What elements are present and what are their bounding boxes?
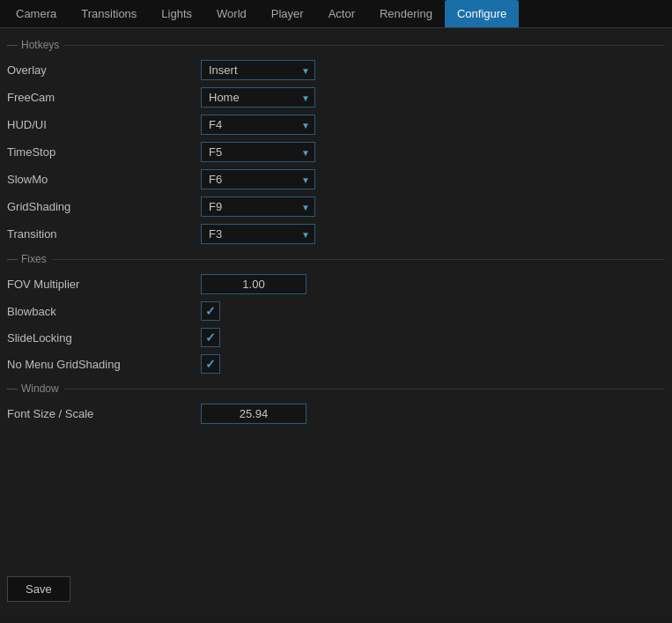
gridshading-dropdown[interactable]: F9F1F2F3 F4F5F6F7 F8InsertHome — [201, 197, 315, 217]
hudui-dropdown-wrapper: F4F1F2F3 F5F6F7F8 F9InsertHome ▼ — [201, 115, 315, 135]
slowmo-row: SlowMo F6F1F2F3 F4F5F7F8 F9InsertHome ▼ — [7, 166, 665, 193]
timestop-label: TimeStop — [7, 145, 201, 159]
timestop-dropdown[interactable]: F5F1F2F3 F4F6F7F8 F9InsertHome — [201, 142, 315, 162]
no-menu-gridshading-row: No Menu GridShading ✓ — [7, 351, 665, 377]
slowmo-dropdown[interactable]: F6F1F2F3 F4F5F7F8 F9InsertHome — [201, 169, 315, 189]
tab-bar: Camera Transitions Lights World Player A… — [0, 0, 672, 28]
tab-configure[interactable]: Configure — [445, 0, 519, 27]
gridshading-row: GridShading F9F1F2F3 F4F5F6F7 F8InsertHo… — [7, 193, 665, 220]
gridshading-label: GridShading — [7, 200, 201, 213]
overlay-dropdown[interactable]: InsertF1F2F3 F4F5F6F7 F8F9Home — [201, 60, 315, 80]
slowmo-label: SlowMo — [7, 173, 201, 186]
tab-actor[interactable]: Actor — [316, 0, 367, 27]
tab-player[interactable]: Player — [259, 0, 316, 27]
no-menu-gridshading-checkmark: ✓ — [205, 357, 216, 371]
overlay-row: Overlay InsertF1F2F3 F4F5F6F7 F8F9Home ▼ — [7, 56, 665, 84]
blowback-label: Blowback — [7, 305, 201, 318]
slowmo-dropdown-wrapper: F6F1F2F3 F4F5F7F8 F9InsertHome ▼ — [201, 169, 315, 189]
tab-world[interactable]: World — [204, 0, 259, 27]
font-size-label: Font Size / Scale — [7, 407, 201, 420]
fov-multiplier-label: FOV Multiplier — [7, 278, 201, 291]
no-menu-gridshading-label: No Menu GridShading — [7, 358, 201, 371]
freecam-dropdown-wrapper: HomeInsertF1F2 F3F4F5F6 F7F8F9 ▼ — [201, 87, 315, 108]
overlay-label: Overlay — [7, 63, 201, 77]
tab-rendering[interactable]: Rendering — [367, 0, 445, 27]
window-section: Window Font Size / Scale — [7, 382, 665, 427]
fixes-header: Fixes — [7, 253, 665, 265]
freecam-label: FreeCam — [7, 91, 201, 104]
hudui-row: HUD/UI F4F1F2F3 F5F6F7F8 F9InsertHome ▼ — [7, 111, 665, 138]
main-content: Hotkeys Overlay InsertF1F2F3 F4F5F6F7 F8… — [0, 28, 672, 618]
transition-dropdown[interactable]: F3F1F2F4 F5F6F7F8 F9InsertHome — [201, 224, 315, 244]
tab-lights[interactable]: Lights — [149, 0, 204, 27]
fixes-section: Fixes FOV Multiplier Blowback ✓ SlideLoc… — [7, 253, 665, 377]
tab-transitions[interactable]: Transitions — [69, 0, 149, 27]
timestop-row: TimeStop F5F1F2F3 F4F6F7F8 F9InsertHome … — [7, 138, 665, 166]
blowback-row: Blowback ✓ — [7, 298, 665, 324]
transition-label: Transition — [7, 227, 201, 241]
tab-camera[interactable]: Camera — [4, 0, 69, 27]
timestop-dropdown-wrapper: F5F1F2F3 F4F6F7F8 F9InsertHome ▼ — [201, 142, 315, 162]
blowback-checkmark: ✓ — [205, 304, 216, 318]
slidelocking-checkmark: ✓ — [205, 330, 216, 345]
font-size-row: Font Size / Scale — [7, 400, 665, 427]
overlay-dropdown-wrapper: InsertF1F2F3 F4F5F6F7 F8F9Home ▼ — [201, 60, 315, 80]
window-header: Window — [7, 382, 665, 395]
slidelocking-checkbox[interactable]: ✓ — [201, 328, 220, 347]
fov-multiplier-input[interactable] — [201, 274, 306, 294]
slidelocking-label: SlideLocking — [7, 331, 201, 345]
save-button[interactable]: Save — [7, 576, 70, 602]
hotkeys-header: Hotkeys — [7, 39, 665, 51]
font-size-input[interactable] — [201, 404, 306, 424]
fov-multiplier-row: FOV Multiplier — [7, 271, 665, 298]
hudui-label: HUD/UI — [7, 118, 201, 131]
slidelocking-row: SlideLocking ✓ — [7, 324, 665, 351]
no-menu-gridshading-checkbox[interactable]: ✓ — [201, 354, 220, 374]
transition-row: Transition F3F1F2F4 F5F6F7F8 F9InsertHom… — [7, 220, 665, 248]
gridshading-dropdown-wrapper: F9F1F2F3 F4F5F6F7 F8InsertHome ▼ — [201, 197, 315, 217]
hudui-dropdown[interactable]: F4F1F2F3 F5F6F7F8 F9InsertHome — [201, 115, 315, 135]
hotkeys-section: Hotkeys Overlay InsertF1F2F3 F4F5F6F7 F8… — [7, 39, 665, 248]
blowback-checkbox[interactable]: ✓ — [201, 301, 220, 321]
transition-dropdown-wrapper: F3F1F2F4 F5F6F7F8 F9InsertHome ▼ — [201, 224, 315, 244]
freecam-row: FreeCam HomeInsertF1F2 F3F4F5F6 F7F8F9 ▼ — [7, 84, 665, 111]
freecam-dropdown[interactable]: HomeInsertF1F2 F3F4F5F6 F7F8F9 — [201, 87, 315, 108]
